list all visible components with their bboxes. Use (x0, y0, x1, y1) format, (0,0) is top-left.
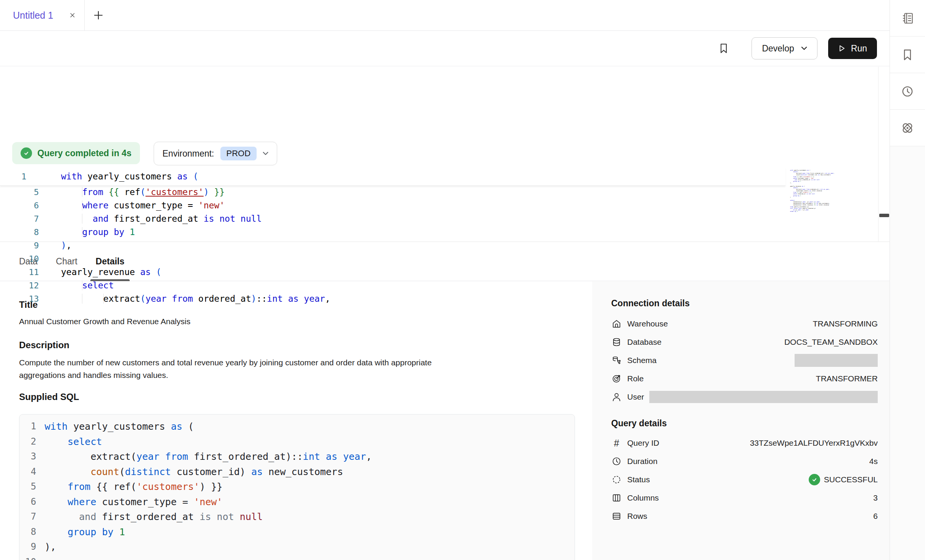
code-text: with yearly_customers as ( (42, 168, 198, 186)
line-number: 10 (0, 252, 42, 266)
hash-icon: # (611, 438, 622, 448)
editor-scrollbar-thumb[interactable] (879, 214, 889, 217)
run-button[interactable]: Run (828, 38, 877, 59)
editor-line[interactable]: 7 and first_ordered_at is not null (0, 212, 785, 226)
sidebar-button-bookmark[interactable] (890, 37, 925, 73)
sidebar-button-notebook[interactable] (890, 0, 925, 37)
editor-code-area[interactable]: 5 from {{ ref('customers') }}6 where cus… (0, 186, 785, 306)
sql-block-line: 1with yearly_customers as ( (19, 419, 575, 434)
develop-button-label: Develop (762, 43, 794, 54)
line-number: 9 (19, 539, 39, 555)
line-number: 6 (0, 199, 42, 212)
close-icon[interactable] (68, 11, 77, 19)
document-tab-label: Untitled 1 (13, 10, 53, 21)
line-number: 6 (19, 494, 39, 510)
code-text: where customer_type = 'new' (39, 494, 223, 510)
code-text: ), (39, 539, 56, 555)
detail-label: User (627, 392, 644, 402)
code-text: extract(year from first_ordered_at)::int… (39, 449, 372, 464)
supplied-sql-heading: Supplied SQL (19, 392, 79, 402)
supplied-sql-code-block: 1with yearly_customers as (2 select3 ext… (19, 414, 575, 560)
bookmark-icon[interactable] (718, 43, 729, 54)
description-value: Compute the number of new customers and … (19, 356, 461, 381)
detail-value: TRANSFORMING (813, 319, 878, 328)
notebook-icon (901, 12, 914, 25)
editor-line[interactable]: 5 from {{ ref('customers') }} (0, 186, 785, 199)
user-icon (611, 392, 622, 402)
document-tab[interactable]: Untitled 1 (0, 0, 85, 30)
history-icon (901, 85, 914, 98)
editor-line[interactable]: 8 group by 1 (0, 226, 785, 239)
code-text: from {{ ref('customers') }} (39, 479, 223, 494)
code-text: and first_ordered_at is not null (39, 509, 263, 525)
develop-button[interactable]: Develop (752, 37, 817, 59)
line-number: 8 (19, 525, 39, 540)
line-number: 2 (19, 434, 39, 450)
line-number: 9 (0, 239, 42, 252)
detail-row-columns: Columns3 (611, 489, 878, 507)
line-number: 7 (19, 509, 39, 525)
detail-value: SUCCESSFUL (824, 475, 878, 484)
redacted-value (649, 391, 878, 403)
sql-block-line: 8 group by 1 (19, 525, 575, 540)
description-heading: Description (19, 340, 69, 350)
sql-editor[interactable]: Query completed in 4s Environment: PROD … (0, 67, 890, 242)
sidebar-button-history[interactable] (890, 73, 925, 110)
editor-line[interactable]: 10 (0, 252, 785, 266)
environment-select[interactable]: Environment: PROD (154, 142, 277, 165)
chevron-down-icon (263, 152, 268, 155)
detail-row-schema: Schema (611, 351, 878, 370)
sql-block-line: 5 from {{ ref('customers') }} (19, 479, 575, 494)
editor-line[interactable]: 11yearly_revenue as ( (0, 266, 785, 279)
line-number: 11 (0, 266, 42, 279)
sidebar-button-lineage[interactable] (890, 110, 925, 146)
editor-sticky-line: 1 with yearly_customers as ( (0, 168, 785, 186)
editor-line[interactable]: 9), (0, 239, 785, 252)
editor-line[interactable]: 12 select (0, 279, 785, 292)
check-circle-icon (809, 474, 820, 485)
columns-icon (611, 493, 622, 503)
document-tab-bar: Untitled 1 (0, 0, 890, 31)
run-button-label: Run (851, 43, 867, 54)
sql-block-line: 10 (19, 555, 575, 560)
title-value: Annual Customer Growth and Revenue Analy… (19, 317, 190, 326)
detail-label: Schema (627, 356, 657, 365)
line-number: 12 (0, 279, 42, 292)
code-text: from {{ ref('customers') }} (42, 186, 225, 199)
editor-minimap[interactable]: with yearly_customers as ( select extrac… (790, 170, 835, 214)
redacted-value (795, 354, 878, 367)
right-icon-sidebar (890, 0, 925, 560)
editor-line[interactable]: 13 extract(year from ordered_at)::int as… (0, 292, 785, 306)
line-number: 1 (19, 419, 39, 434)
line-number: 1 (0, 168, 42, 186)
detail-row-warehouse: WarehouseTRANSFORMING (611, 315, 878, 333)
line-number: 10 (19, 555, 39, 560)
detail-row-duration: Duration4s (611, 452, 878, 470)
line-number: 4 (19, 464, 39, 480)
detail-value: 33TZseWpe1ALFDUYerxR1gVKxbv (750, 438, 878, 448)
sql-block-line: 6 where customer_type = 'new' (19, 494, 575, 510)
detail-row-user: User (611, 388, 878, 406)
warehouse-icon (611, 318, 622, 329)
code-text: select (39, 434, 102, 450)
code-text: extract(year from ordered_at)::int as ye… (42, 292, 330, 306)
play-icon (838, 45, 846, 52)
query-status-text: Query completed in 4s (37, 148, 132, 158)
query-status-badge: Query completed in 4s (12, 142, 140, 164)
code-text: yearly_revenue as ( (42, 266, 161, 279)
editor-scrollbar[interactable] (878, 67, 890, 242)
detail-label: Query ID (627, 438, 659, 448)
code-text: count(distinct customer_id) as new_custo… (39, 464, 343, 480)
detail-row-status: StatusSUCCESSFUL (611, 470, 878, 489)
details-panel: Title Annual Customer Growth and Revenue… (0, 282, 890, 560)
bookmark-icon (901, 48, 914, 61)
editor-line[interactable]: 6 where customer_type = 'new' (0, 199, 785, 212)
detail-value: DOCS_TEAM_SANDBOX (784, 338, 878, 347)
environment-label: Environment: (162, 149, 214, 159)
new-tab-button[interactable] (92, 8, 105, 22)
line-number: 3 (19, 449, 39, 464)
details-main: Title Annual Customer Growth and Revenue… (19, 282, 575, 560)
line-number: 5 (19, 479, 39, 494)
line-number: 8 (0, 226, 42, 239)
detail-label: Database (627, 338, 662, 347)
